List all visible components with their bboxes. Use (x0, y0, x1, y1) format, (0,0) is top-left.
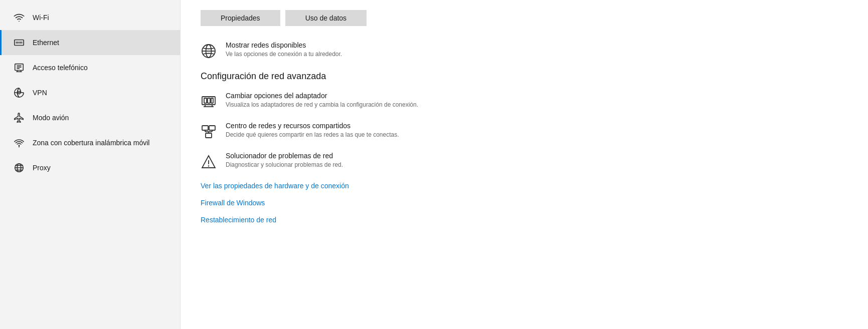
sidebar-item-proxy-label: Proxy (33, 164, 51, 172)
sidebar-item-airplane[interactable]: Modo avión (0, 105, 180, 130)
adapter-icon (201, 94, 217, 110)
svg-rect-30 (208, 98, 210, 103)
airplane-icon (14, 112, 25, 123)
globe-icon (201, 43, 217, 59)
svg-rect-33 (209, 126, 215, 130)
restablecimiento-link[interactable]: Restablecimiento de red (201, 216, 848, 224)
cambiar-opciones-desc: Visualiza los adaptadores de red y cambi… (226, 101, 418, 108)
dialup-icon (14, 62, 25, 73)
mostrar-redes-text: Mostrar redes disponibles Ve las opcione… (226, 41, 342, 58)
top-buttons: Propiedades Uso de datos (201, 10, 848, 26)
sidebar-item-vpn-label: VPN (33, 89, 47, 97)
propiedades-button[interactable]: Propiedades (201, 10, 280, 26)
sidebar-item-ethernet[interactable]: Ethernet (0, 30, 180, 55)
cambiar-opciones-text: Cambiar opciones del adaptador Visualiza… (226, 92, 418, 108)
solucionador-title: Solucionador de problemas de red (226, 152, 343, 160)
sidebar-item-dialup[interactable]: Acceso telefónico (0, 55, 180, 80)
sidebar-item-wifi[interactable]: Wi-Fi (0, 5, 180, 30)
svg-rect-32 (202, 126, 208, 130)
sidebar-item-ethernet-label: Ethernet (33, 39, 59, 47)
centro-redes-title: Centro de redes y recursos compartidos (226, 122, 399, 130)
solucionador-desc: Diagnosticar y solucionar problemas de r… (226, 161, 343, 168)
propiedades-hardware-link[interactable]: Ver las propiedades de hardware y de con… (201, 182, 848, 190)
svg-rect-34 (206, 133, 212, 138)
svg-rect-29 (204, 98, 207, 103)
sidebar: Wi-Fi Ethernet (0, 0, 181, 329)
proxy-icon (14, 162, 25, 173)
sharing-icon (201, 124, 217, 140)
mostrar-redes-desc: Ve las opciones de conexión a tu alreded… (226, 51, 342, 58)
sidebar-item-proxy[interactable]: Proxy (0, 155, 180, 180)
advanced-title: Configuración de red avanzada (201, 71, 848, 82)
centro-redes-text: Centro de redes y recursos compartidos D… (226, 122, 399, 138)
mostrar-redes-title: Mostrar redes disponibles (226, 41, 342, 49)
cambiar-opciones-title: Cambiar opciones del adaptador (226, 92, 418, 100)
ethernet-icon (14, 37, 25, 48)
sidebar-item-hotspot[interactable]: Zona con cobertura inalámbrica móvil (0, 130, 180, 155)
uso-datos-button[interactable]: Uso de datos (285, 10, 367, 26)
centro-redes-item[interactable]: Centro de redes y recursos compartidos D… (201, 122, 848, 140)
svg-rect-31 (211, 98, 213, 103)
centro-redes-desc: Decide qué quieres compartir en las rede… (226, 131, 399, 138)
mostrar-redes-item[interactable]: Mostrar redes disponibles Ve las opcione… (201, 41, 848, 59)
sidebar-item-airplane-label: Modo avión (33, 114, 69, 122)
warning-icon (201, 154, 217, 170)
firewall-link[interactable]: Firewall de Windows (201, 199, 848, 207)
solucionador-text: Solucionador de problemas de red Diagnos… (226, 152, 343, 168)
main-content: Propiedades Uso de datos Mostrar redes d… (181, 0, 868, 329)
sidebar-item-vpn[interactable]: VPN (0, 80, 180, 105)
cambiar-opciones-item[interactable]: Cambiar opciones del adaptador Visualiza… (201, 92, 848, 110)
sidebar-item-dialup-label: Acceso telefónico (33, 64, 88, 72)
svg-point-40 (208, 165, 209, 166)
svg-point-0 (19, 21, 20, 22)
hotspot-icon (14, 137, 25, 148)
wifi-icon (14, 12, 25, 23)
vpn-icon (14, 87, 25, 98)
sidebar-item-hotspot-label: Zona con cobertura inalámbrica móvil (33, 139, 149, 147)
solucionador-item[interactable]: Solucionador de problemas de red Diagnos… (201, 152, 848, 170)
sidebar-item-wifi-label: Wi-Fi (33, 14, 49, 22)
